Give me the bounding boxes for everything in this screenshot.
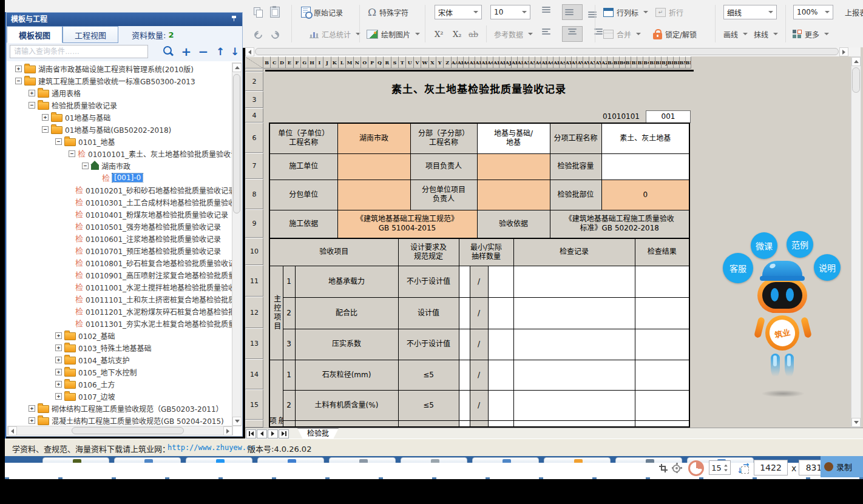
tree-item[interactable]: +01地基与基础 (8, 111, 234, 123)
column-header[interactable]: AU (572, 56, 578, 69)
column-header[interactable]: AA (452, 56, 458, 69)
tree-item[interactable]: 检01010401_粉煤灰地基检验批质量验收记录 (8, 208, 234, 220)
form-cell[interactable] (513, 266, 635, 297)
undo-button[interactable] (254, 24, 263, 44)
column-header[interactable]: M (346, 56, 353, 69)
column-header[interactable]: F (294, 56, 301, 69)
form-cell[interactable]: 施工依据 (269, 210, 337, 238)
column-header[interactable]: AI (499, 56, 506, 69)
form-cell[interactable]: 不小于设计值 (398, 266, 459, 297)
items-header-cell[interactable]: 设计要求及 规范规定 (398, 238, 459, 266)
form-serial[interactable]: 001 (646, 110, 691, 123)
column-header[interactable]: I (316, 56, 323, 69)
column-header[interactable]: AJ (506, 56, 512, 69)
report-form-button[interactable]: 上报表格 (845, 2, 863, 22)
tab-project-view[interactable]: 工程视图 (63, 26, 118, 43)
website-link[interactable]: http://www.zhuyew.cn (168, 443, 256, 452)
form-cell[interactable]: 检验批部位 (550, 180, 601, 210)
form-cell[interactable] (513, 297, 635, 329)
column-header[interactable]: P (368, 56, 376, 69)
form-cell[interactable]: ≤5 (398, 360, 459, 390)
column-header[interactable]: AX (589, 56, 595, 69)
row-header[interactable]: 12 (245, 297, 263, 328)
form-cell[interactable]: 素土、灰土地基 (601, 123, 689, 153)
row-header[interactable]: 2 (245, 72, 263, 91)
tree-item[interactable]: 检01010701_预压地基检验批质量验收记录 (8, 244, 234, 257)
form-cell[interactable]: 石灰粒径(mm) (295, 360, 398, 390)
form-cell[interactable] (283, 420, 295, 427)
form-cell[interactable]: 地基与基础/ 地基 (477, 123, 550, 153)
align-middle-button[interactable] (562, 4, 583, 20)
tree-item[interactable]: +0103_特殊土地基基础 (8, 341, 234, 354)
form-cell[interactable] (635, 420, 689, 427)
tree-item[interactable]: +通用表格 (8, 87, 234, 99)
tree-expander-icon[interactable]: + (29, 90, 35, 96)
draw-line-button[interactable]: 画线 (723, 24, 748, 44)
customer-service-button[interactable]: 客服 (723, 253, 753, 283)
tree-item[interactable]: −建筑工程施工质量验收统一标准GB50300-2013 (8, 75, 234, 87)
merge-button[interactable]: 合并 (603, 24, 641, 44)
tree-item[interactable]: +0102_基础 (8, 329, 234, 341)
form-cell[interactable]: 压实系数 (295, 329, 398, 360)
subscript-button[interactable]: X₂ (453, 24, 461, 44)
items-header-cell[interactable]: 验收项目 (269, 238, 398, 266)
paste-button[interactable] (270, 2, 280, 22)
form-cell[interactable]: 2 (283, 390, 295, 420)
column-header[interactable]: N (354, 56, 361, 69)
tree-item[interactable]: 检01010801_砂石桩复合地基检验批质量验收记录 (8, 257, 234, 269)
form-cell[interactable] (459, 297, 470, 329)
tree-item[interactable]: +0104_基坑支护 (8, 354, 234, 366)
column-header[interactable]: AG (487, 56, 493, 69)
form-cell[interactable]: 1 (283, 266, 295, 297)
sheet-tab[interactable]: 检验批 (297, 428, 339, 439)
column-header[interactable]: AZ (601, 56, 607, 69)
column-header[interactable]: D (279, 56, 286, 69)
tab-template-view[interactable]: 模板视图 (7, 26, 63, 43)
column-header[interactable]: BB (614, 56, 620, 69)
instructions-button[interactable]: 说明 (814, 254, 841, 281)
column-header[interactable]: AS (560, 56, 566, 69)
form-cell[interactable]: 3 (283, 329, 295, 360)
taskbar-item[interactable] (42, 457, 109, 463)
form-cell[interactable] (459, 420, 470, 427)
next-sheet-button[interactable] (268, 429, 278, 438)
tree-item[interactable]: +砌体结构工程施工质量验收规范（GB50203-2011） (8, 402, 234, 414)
column-header[interactable]: AB (458, 56, 464, 69)
column-header[interactable]: X (429, 56, 436, 69)
column-header[interactable]: AH (493, 56, 499, 69)
column-header[interactable]: AK (512, 56, 518, 69)
tree-expander-icon[interactable]: + (29, 405, 35, 412)
superscript-button[interactable]: X² (435, 24, 443, 44)
form-cell[interactable] (459, 266, 470, 297)
column-header[interactable]: V (414, 56, 421, 69)
column-header[interactable]: BN (686, 56, 692, 69)
form-cell[interactable]: 分包单位 (269, 180, 337, 210)
form-cell[interactable] (488, 390, 513, 420)
move-down-icon[interactable]: ↓ (228, 44, 242, 59)
items-header-cell[interactable]: 检查结果 (635, 238, 689, 266)
align-bottom-button[interactable] (585, 4, 606, 20)
tree-item[interactable]: +0107_边坡 (8, 390, 234, 402)
column-header[interactable]: AY (595, 56, 601, 69)
column-header[interactable]: Q (376, 56, 384, 69)
row-header[interactable]: 15 (245, 389, 263, 420)
special-chars-button[interactable]: Ω 特殊字符 (368, 2, 408, 22)
tree-expander-icon[interactable]: − (29, 102, 35, 109)
original-record-button[interactable]: 原始记录 (301, 2, 343, 22)
tree-item[interactable]: 检01011101_土和灰土挤密桩复合地基检验批质量验收记录 (8, 293, 234, 305)
column-header[interactable]: AM (523, 56, 529, 69)
pin-icon[interactable] (232, 16, 237, 21)
form-cell[interactable] (459, 360, 470, 390)
tree-item[interactable]: 检01010501_强夯地基检验批质量验收记录 (8, 220, 234, 232)
column-header[interactable]: E (286, 56, 293, 69)
row-header[interactable]: 7 (245, 153, 263, 179)
form-cell[interactable] (459, 390, 470, 420)
form-cell[interactable] (635, 360, 689, 390)
column-header[interactable]: Y (436, 56, 444, 69)
form-cell[interactable]: 单位（子单位） 工程名称 (269, 123, 337, 153)
form-cell[interactable] (601, 153, 689, 180)
align-center-button[interactable] (562, 26, 583, 42)
column-header[interactable]: C (271, 56, 278, 69)
tree-expander-icon[interactable]: − (15, 78, 22, 84)
taskbar-item[interactable] (186, 457, 252, 463)
